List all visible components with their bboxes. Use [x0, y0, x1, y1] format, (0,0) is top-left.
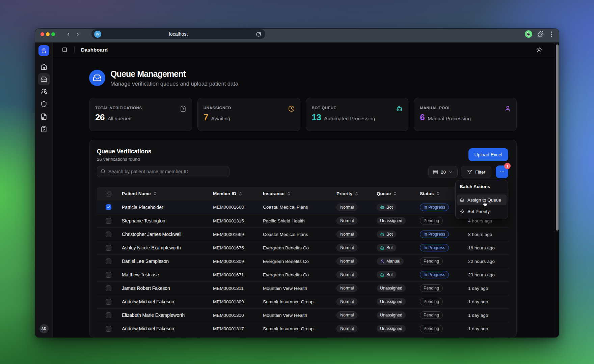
time-cell: 1 day ago: [468, 313, 509, 318]
stat-card: MANUAL POOL 6 Manual Processing: [414, 98, 517, 131]
member-id-cell: MEM00001669: [213, 232, 263, 237]
insurance-cell: Evergreen Benefits Co: [263, 245, 336, 250]
table-row[interactable]: Andrew Michael Fakeson MEM00001317 Summi…: [97, 322, 509, 335]
extensions-icon[interactable]: [537, 31, 544, 37]
status-badge: Pending: [420, 311, 443, 319]
sort-icon: [393, 191, 397, 196]
queue-badge: Bot: [377, 244, 396, 251]
table-row[interactable]: Stephanie Testington MEM00001315 Pacific…: [97, 214, 509, 228]
row-checkbox[interactable]: [106, 232, 111, 237]
page-scrollbar[interactable]: [555, 42, 559, 337]
member-id-cell: MEM00001309: [213, 259, 263, 264]
table-row[interactable]: Andrew Michael Fakeson MEM00001309 Summi…: [97, 295, 509, 308]
insurance-cell: Coastal Medical Plans: [263, 232, 336, 237]
sidebar-item-home[interactable]: [38, 61, 50, 73]
priority-badge: Normal: [336, 325, 357, 332]
status-badge: In Progress: [420, 204, 449, 211]
user-icon: [380, 259, 384, 264]
sidebar-toggle-icon[interactable]: [62, 47, 67, 52]
selection-count-badge: 1: [504, 163, 511, 169]
table-row[interactable]: Ashley Nicole Exampleworth MEM00001675 E…: [97, 241, 509, 254]
column-header[interactable]: Insurance: [263, 191, 336, 196]
table-row[interactable]: James Robert Fakeson MEM00001311 Mountai…: [97, 281, 509, 295]
panel-title: Queue Verifications: [97, 148, 152, 155]
table-row[interactable]: Elizabeth Marie Exampleworth MEM00001310…: [97, 308, 509, 322]
column-header[interactable]: Priority: [336, 191, 377, 196]
app-logo[interactable]: [38, 45, 49, 56]
bot-icon: [396, 105, 403, 112]
queue-badge: Bot: [377, 204, 396, 211]
forward-button[interactable]: [75, 32, 80, 37]
page-size-value: 20: [441, 170, 446, 175]
member-id-cell: MEM00001317: [213, 326, 263, 331]
menu-item-assign-to-queue[interactable]: Assign to Queue: [457, 194, 507, 205]
row-checkbox[interactable]: [106, 204, 111, 210]
queue-badge: Unassigned: [377, 311, 406, 319]
priority-badge: Normal: [336, 284, 357, 292]
table-row[interactable]: Daniel Lee Sampleson MEM00001309 Evergre…: [97, 254, 509, 268]
menu-item-set-priority[interactable]: Set Priority: [457, 206, 507, 217]
column-header[interactable]: Member ID: [213, 191, 263, 196]
time-cell: 1 day ago: [468, 286, 509, 291]
insurance-cell: Summit Insurance Group: [263, 299, 336, 304]
table-row[interactable]: Matthew Testcase MEM00001671 Evergreen B…: [97, 268, 509, 281]
time-cell: 8 hours ago: [468, 232, 509, 237]
row-checkbox[interactable]: [106, 326, 111, 332]
insurance-cell: Pacific Shield Health: [263, 218, 336, 223]
scrollbar-thumb[interactable]: [556, 44, 559, 231]
row-checkbox[interactable]: [106, 259, 111, 264]
status-badge: In Progress: [420, 231, 449, 238]
column-header[interactable]: Patient Name: [122, 191, 213, 196]
stat-value: 7: [204, 112, 208, 123]
sidebar-item-documents[interactable]: [38, 111, 50, 123]
back-button[interactable]: [66, 32, 71, 37]
stat-card: UNASSIGNED 7 Awaiting: [197, 98, 300, 131]
sidebar-item-security[interactable]: [38, 98, 50, 110]
status-badge: Pending: [420, 257, 443, 265]
queue-badge: Bot: [377, 271, 396, 278]
insurance-cell: Evergreen Benefits Co: [263, 259, 336, 264]
row-checkbox[interactable]: [106, 312, 111, 318]
page-size-select[interactable]: 20: [428, 166, 458, 178]
user-avatar[interactable]: AD: [39, 324, 49, 333]
search-input[interactable]: [108, 169, 226, 174]
sidebar-item-tasks[interactable]: [38, 123, 50, 135]
ellipsis-icon: [500, 169, 505, 175]
member-id-cell: MEM00001671: [213, 272, 263, 277]
menu-title: Batch Actions: [456, 180, 508, 192]
theme-toggle-icon[interactable]: [536, 47, 542, 53]
row-checkbox[interactable]: [106, 218, 111, 224]
page-title: Queue Management: [110, 69, 238, 79]
search-box[interactable]: [97, 166, 230, 177]
filter-button[interactable]: Filter: [461, 166, 491, 178]
recorder-extension-icon[interactable]: [525, 30, 532, 38]
table-row[interactable]: Patricia Placeholder MEM00001668 Coastal…: [97, 201, 509, 214]
check-icon: [107, 192, 110, 195]
select-all-checkbox[interactable]: [106, 191, 111, 196]
browser-menu-icon[interactable]: [549, 31, 554, 37]
bot-icon: [380, 246, 384, 250]
member-id-cell: MEM00001311: [213, 286, 263, 291]
stat-label: TOTAL VERIFICATIONS: [95, 106, 186, 110]
insurance-cell: Mountain View Health: [263, 313, 336, 318]
sidebar-item-patients[interactable]: [38, 86, 50, 98]
row-checkbox[interactable]: [106, 285, 111, 291]
table-row[interactable]: Christopher James Mockwell MEM00001669 C…: [97, 228, 509, 241]
zoom-button[interactable]: [51, 32, 55, 36]
row-checkbox[interactable]: [106, 299, 111, 305]
row-checkbox[interactable]: [106, 272, 111, 278]
reload-icon[interactable]: [256, 32, 261, 37]
close-button[interactable]: [40, 32, 44, 36]
zap-icon: [460, 209, 464, 214]
patient-name-cell: Daniel Lee Sampleson: [122, 259, 213, 264]
member-id-cell: MEM00001668: [213, 205, 263, 210]
batch-actions-button[interactable]: 1: [496, 165, 508, 178]
upload-excel-button[interactable]: Upload Excel: [468, 148, 509, 161]
column-header[interactable]: Queue: [377, 191, 420, 196]
row-checkbox[interactable]: [106, 245, 111, 251]
time-cell: 1 day ago: [468, 326, 509, 331]
minimize-button[interactable]: [46, 32, 50, 36]
stat-label: BOT QUEUE: [312, 106, 403, 110]
address-bar[interactable]: IV localhost: [91, 29, 265, 39]
sidebar-item-queue[interactable]: [38, 73, 50, 85]
